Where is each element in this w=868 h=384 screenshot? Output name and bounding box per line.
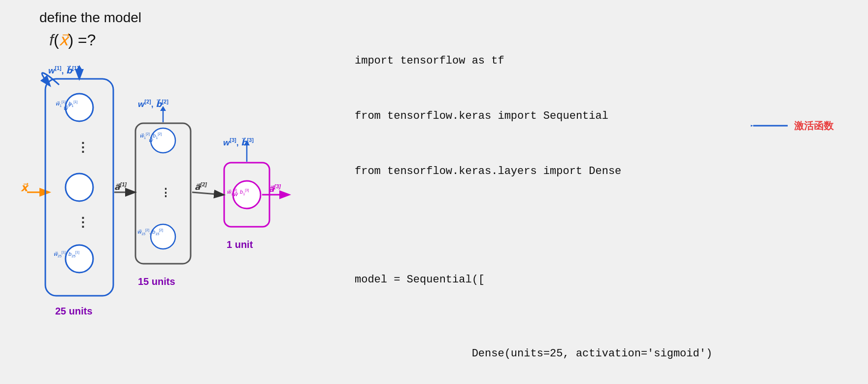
node1-layer2-label: w⃗1[2], b1[2] (139, 132, 162, 140)
layer3-units-label: 1 unit (227, 239, 253, 250)
code-block: import tensorflow as tf from tensorflow.… (355, 15, 848, 384)
left-panel: define the model f(x⃗) =? (20, 10, 325, 374)
formula-f: f (49, 31, 54, 49)
code-line3: from tensorflow.keras.layers import Dens… (355, 162, 848, 180)
svg-point-5 (66, 245, 93, 273)
layer1-units-label: 25 units (55, 306, 93, 317)
node1-layer3-label: w⃗1[3], b1[3] (227, 188, 249, 196)
main-container: define the model f(x⃗) =? (0, 0, 868, 384)
node1-layer1-label: w⃗1[1], b1[1] (55, 100, 77, 108)
layer3-weight-label: w[3], b⃗[3] (223, 137, 254, 148)
svg-text:⋮: ⋮ (76, 140, 89, 155)
svg-rect-1 (45, 79, 113, 296)
activation3-label: a⃗[3] (268, 183, 281, 194)
code-line6: Dense(units=25, activation='sigmoid') (355, 326, 848, 381)
annotation-arrow-svg (751, 118, 790, 133)
svg-line-14 (192, 192, 223, 195)
annotation-container: 激活函数 (751, 118, 834, 133)
layer2-weight-label: w[2], b⃗[2] (138, 99, 168, 109)
layer1-weight-label: w[1], b⃗[1] (48, 65, 79, 76)
activation1-label: a⃗[1] (114, 181, 127, 192)
right-panel: import tensorflow as tf from tensorflow.… (325, 10, 848, 374)
code-line1: import tensorflow as tf (355, 52, 848, 70)
svg-text:⋮: ⋮ (76, 215, 89, 230)
svg-rect-2 (135, 123, 191, 264)
code-line5: model = Sequential([ (355, 271, 848, 289)
code-spacer1 (355, 217, 848, 234)
node15-layer2-label: w⃗15[2], b15[2] (137, 228, 163, 236)
input-label: x⃗ (21, 181, 28, 194)
formula-x: x⃗ (59, 31, 68, 49)
formula: f(x⃗) =? (49, 31, 325, 49)
node25-layer1-label: w⃗25[1], b25[1] (53, 250, 79, 258)
annotation-text: 激活函数 (794, 119, 834, 133)
layer2-units-label: 15 units (138, 276, 175, 287)
nn-diagram: ⋮ ⋮ ⋮ (20, 64, 305, 340)
code-area: import tensorflow as tf from tensorflow.… (355, 15, 848, 384)
svg-point-6 (66, 174, 93, 201)
activation2-label: a⃗[2] (195, 181, 207, 192)
page-title: define the model (39, 10, 325, 26)
svg-text:⋮: ⋮ (160, 186, 171, 199)
